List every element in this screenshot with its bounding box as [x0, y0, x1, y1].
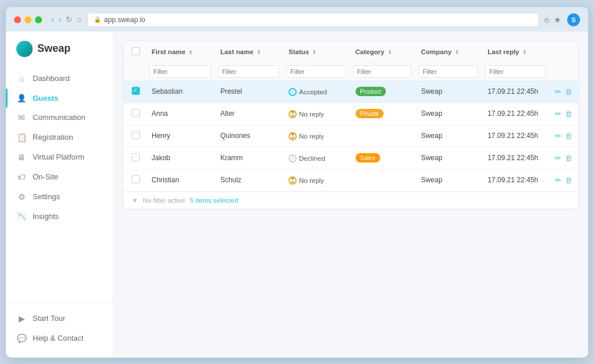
status-badge: ✓ Accepted	[289, 88, 327, 96]
address-bar[interactable]: 🔒 app.sweap.io	[87, 13, 539, 27]
edit-icon[interactable]: ✏	[555, 109, 561, 118]
selection-count-label: 5 items selected	[190, 197, 238, 204]
col-status[interactable]: Status ⇕	[283, 41, 349, 63]
filter-first-name[interactable]	[149, 65, 211, 78]
col-last-name[interactable]: Last name ⇕	[215, 41, 283, 63]
virtual-platform-icon: 🖥	[16, 153, 27, 162]
filter-last-reply[interactable]	[485, 65, 545, 78]
sidebar-item-communication[interactable]: ✉ Communication	[6, 108, 113, 128]
table-row: Henry Quinones ⏳ No reply Sweap 17.09.21…	[124, 125, 578, 147]
sidebar-item-registration[interactable]: 📋 Registration	[6, 128, 113, 147]
col-checkbox	[124, 41, 146, 63]
sidebar-item-guests[interactable]: 👤 Guests	[6, 89, 113, 108]
bookmark-icon[interactable]: ★	[554, 15, 561, 24]
sidebar-item-dashboard[interactable]: ⌂ Dashboard	[6, 69, 113, 89]
lock-icon: 🔒	[94, 16, 101, 23]
row-checkbox[interactable]	[132, 131, 140, 139]
sidebar-item-settings[interactable]: ⚙ Settings	[6, 187, 113, 207]
sort-last-name-icon: ⇕	[256, 50, 261, 55]
filter-status-label: No filter active	[143, 197, 185, 204]
table-row: Sebastian Prestel ✓ Accepted Product Swe…	[124, 80, 578, 103]
cell-first-name: Henry	[146, 125, 215, 147]
cell-actions: ✏ 🗑	[549, 80, 578, 103]
status-badge: ⏳ No reply	[289, 176, 324, 185]
row-checkbox[interactable]	[132, 109, 140, 117]
sidebar-item-on-site[interactable]: 🏷 On-Site	[6, 167, 113, 187]
filter-status[interactable]	[286, 65, 346, 78]
filter-last-name[interactable]	[218, 65, 279, 78]
browser-body: Sweap ⌂ Dashboard 👤 Guests ✉ Communicati…	[6, 31, 588, 358]
status-badge: ⏳ No reply	[289, 132, 324, 140]
row-checkbox[interactable]	[132, 153, 140, 161]
close-button[interactable]	[14, 16, 21, 23]
sidebar-item-virtual-platform[interactable]: 🖥 Virtual Platform	[6, 147, 113, 167]
table-row: Jakob Kramm ⊘ Declined Sales Sweap 17.09…	[124, 147, 578, 169]
on-site-icon: 🏷	[16, 172, 27, 182]
row-checkbox[interactable]	[132, 175, 140, 183]
cell-checkbox[interactable]	[124, 125, 146, 147]
sidebar-item-start-tour[interactable]: ▶ Start Tour	[6, 309, 113, 328]
forward-icon[interactable]: ›	[58, 15, 61, 24]
cell-checkbox[interactable]	[124, 80, 146, 103]
cell-checkbox[interactable]	[124, 147, 146, 169]
logo: Sweap	[6, 41, 113, 69]
edit-icon[interactable]: ✏	[555, 87, 561, 96]
table-header-row: First name ⇕ Last name ⇕ Status ⇕	[124, 41, 578, 63]
sidebar-item-insights[interactable]: 📉 Insights	[6, 207, 113, 226]
delete-icon[interactable]: 🗑	[565, 87, 572, 96]
main-content: First name ⇕ Last name ⇕ Status ⇕	[114, 31, 588, 358]
select-all-checkbox[interactable]	[132, 47, 140, 55]
category-badge: Product	[356, 87, 386, 96]
cell-last-name: Prestel	[215, 80, 283, 103]
cell-status: ⏳ No reply	[283, 125, 349, 147]
share-icon[interactable]: ⎋	[544, 15, 549, 24]
delete-icon[interactable]: 🗑	[565, 176, 572, 185]
cell-category	[350, 169, 416, 191]
minimize-button[interactable]	[24, 16, 31, 23]
sidebar-label-settings: Settings	[33, 192, 60, 201]
cell-first-name: Jakob	[146, 147, 215, 169]
logo-icon	[16, 41, 33, 57]
delete-icon[interactable]: 🗑	[565, 109, 572, 118]
cell-checkbox[interactable]	[124, 169, 146, 191]
category-badge: Sales	[356, 153, 380, 162]
settings-icon: ⚙	[16, 192, 27, 202]
cell-status: ⏳ No reply	[283, 103, 349, 125]
home-icon[interactable]: ⌂	[77, 15, 82, 24]
cell-first-name: Anna	[146, 103, 215, 125]
edit-icon[interactable]: ✏	[555, 154, 561, 162]
back-icon[interactable]: ‹	[51, 15, 54, 24]
row-checkbox[interactable]	[132, 87, 140, 95]
cell-checkbox[interactable]	[124, 103, 146, 125]
filter-company[interactable]	[419, 65, 478, 78]
sort-category-icon: ⇕	[388, 50, 392, 55]
sort-status-icon: ⇕	[312, 50, 317, 55]
col-category[interactable]: Category ⇕	[350, 41, 416, 63]
delete-icon[interactable]: 🗑	[565, 154, 572, 162]
cell-first-name: Sebastian	[146, 80, 215, 103]
browser-avatar[interactable]: S	[567, 13, 580, 26]
delete-icon[interactable]: 🗑	[565, 132, 572, 140]
col-actions	[549, 41, 578, 63]
sidebar-item-help-contact[interactable]: 💬 Help & Contact	[6, 328, 113, 348]
cell-company: Sweap	[415, 125, 481, 147]
cell-status: ⊘ Declined	[283, 147, 349, 169]
refresh-icon[interactable]: ↻	[66, 15, 72, 24]
sidebar-bottom: ▶ Start Tour 💬 Help & Contact	[6, 302, 113, 348]
start-tour-icon: ▶	[16, 314, 27, 323]
status-badge: ⏳ No reply	[289, 110, 324, 118]
col-last-reply[interactable]: Last reply ⇕	[481, 41, 549, 63]
sidebar-label-start-tour: Start Tour	[33, 314, 65, 323]
col-first-name[interactable]: First name ⇕	[146, 41, 215, 63]
fullscreen-button[interactable]	[35, 16, 42, 23]
cell-last-reply: 17.09.21 22:45h	[481, 147, 549, 169]
col-company[interactable]: Company ⇕	[415, 41, 481, 63]
edit-icon[interactable]: ✏	[555, 132, 561, 140]
filter-category[interactable]	[353, 65, 412, 78]
cell-actions: ✏ 🗑	[549, 103, 578, 125]
sidebar-label-insights: Insights	[33, 212, 59, 221]
cell-company: Sweap	[415, 147, 481, 169]
status-badge: ⊘ Declined	[289, 154, 325, 162]
edit-icon[interactable]: ✏	[555, 176, 561, 185]
filter-row	[124, 62, 578, 80]
